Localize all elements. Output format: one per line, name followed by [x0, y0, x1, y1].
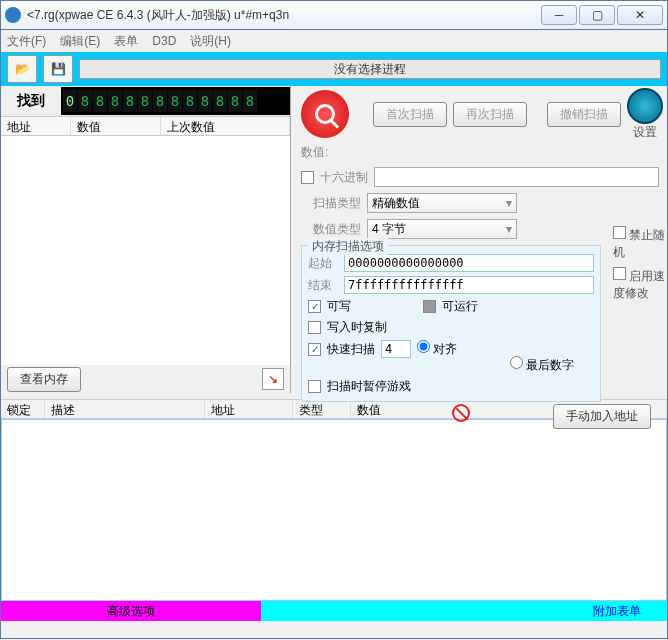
hex-checkbox[interactable] — [301, 171, 314, 184]
align-radio[interactable] — [417, 340, 430, 353]
found-label: 找到 — [1, 92, 61, 110]
view-memory-button[interactable]: 查看内存 — [7, 367, 81, 392]
open-process-button[interactable]: 📂 — [7, 55, 37, 83]
window-title: <7.rg(xpwae CE 6.4.3 (风叶人-加强版) u*#m+q3n — [27, 7, 541, 24]
fastscan-checkbox[interactable]: ✓ — [308, 343, 321, 356]
pause-checkbox[interactable] — [308, 380, 321, 393]
arrow-down-icon: ↘ — [268, 372, 278, 386]
memory-scan-options: 内存扫描选项 起始 结束 ✓可写 可运行 写入时复制 ✓快速扫描 对齐 最后数字… — [301, 245, 601, 402]
stop-icon[interactable] — [452, 404, 470, 422]
disk-icon: 💾 — [51, 62, 66, 76]
settings-area[interactable]: 设置 — [627, 88, 663, 141]
first-scan-button[interactable]: 首次扫描 — [373, 102, 447, 127]
executable-checkbox[interactable] — [423, 300, 436, 313]
col-desc[interactable]: 描述 — [45, 400, 205, 418]
value-type-label: 数值类型 — [301, 221, 361, 238]
found-counter: 0888888888888 — [61, 87, 290, 115]
undo-scan-button[interactable]: 撤销扫描 — [547, 102, 621, 127]
settings-label: 设置 — [627, 124, 663, 141]
hex-label: 十六进制 — [320, 169, 368, 186]
menu-bar: 文件(F) 编辑(E) 表单 D3D 说明(H) — [0, 30, 668, 52]
advanced-options-button[interactable]: 高级选项 — [1, 601, 261, 621]
search-icon[interactable] — [301, 90, 349, 138]
value-label: 数值: — [301, 144, 341, 161]
results-header: 地址 数值 上次数值 — [1, 116, 290, 136]
gear-icon — [627, 88, 663, 124]
next-scan-button[interactable]: 再次扫描 — [453, 102, 527, 127]
menu-help[interactable]: 说明(H) — [190, 33, 231, 50]
app-icon — [5, 7, 21, 23]
lastdigit-radio[interactable] — [510, 356, 523, 369]
address-list[interactable] — [1, 419, 667, 601]
speedhack-row[interactable]: 启用速度修改 — [613, 267, 667, 302]
cow-checkbox[interactable] — [308, 321, 321, 334]
add-to-list-button[interactable]: ↘ — [262, 368, 284, 390]
menu-file[interactable]: 文件(F) — [7, 33, 46, 50]
menu-d3d[interactable]: D3D — [152, 34, 176, 48]
save-button[interactable]: 💾 — [43, 55, 73, 83]
scan-type-label: 扫描类型 — [301, 195, 361, 212]
writable-checkbox[interactable]: ✓ — [308, 300, 321, 313]
footer-spacer — [261, 601, 567, 621]
value-input[interactable] — [374, 167, 659, 187]
progress-bar: 没有选择进程 — [79, 59, 661, 79]
col-address[interactable]: 地址 — [1, 117, 71, 135]
menu-table[interactable]: 表单 — [114, 33, 138, 50]
no-random-checkbox[interactable] — [613, 226, 626, 239]
col-prev[interactable]: 上次数值 — [161, 117, 290, 135]
menu-edit[interactable]: 编辑(E) — [60, 33, 100, 50]
memory-legend: 内存扫描选项 — [308, 238, 388, 255]
results-list[interactable] — [1, 136, 290, 365]
folder-icon: 📂 — [15, 62, 30, 76]
col-lock[interactable]: 锁定 — [1, 400, 45, 418]
attach-table-button[interactable]: 附加表单 — [567, 601, 667, 621]
col-addr2[interactable]: 地址 — [205, 400, 293, 418]
speedhack-checkbox[interactable] — [613, 267, 626, 280]
maximize-button[interactable]: ▢ — [579, 5, 615, 25]
fastscan-input[interactable] — [381, 340, 411, 358]
mem-end-input[interactable] — [344, 276, 594, 294]
add-address-manual-button[interactable]: 手动加入地址 — [553, 404, 651, 429]
minimize-button[interactable]: ─ — [541, 5, 577, 25]
col-value[interactable]: 数值 — [71, 117, 161, 135]
value-type-select[interactable]: 4 字节 — [367, 219, 517, 239]
close-button[interactable]: ✕ — [617, 5, 663, 25]
no-random-row[interactable]: 禁止随机 — [613, 226, 667, 261]
mem-start-input[interactable] — [344, 254, 594, 272]
scan-type-select[interactable]: 精确数值 — [367, 193, 517, 213]
